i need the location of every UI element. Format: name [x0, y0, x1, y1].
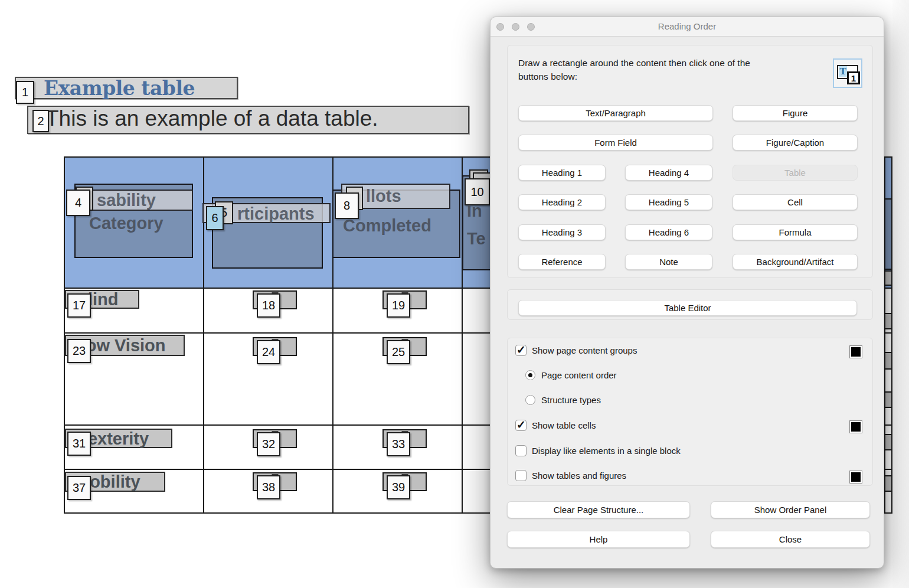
heading-4-button[interactable]: Heading 4 — [625, 165, 712, 181]
cell-highlight-edge — [884, 434, 892, 450]
cell-highlight-edge — [884, 270, 892, 286]
heading-2-button[interactable]: Heading 2 — [518, 194, 606, 210]
cell-highlight-edge — [884, 313, 892, 329]
option-display-like-elements[interactable]: Display like elements in a single block — [515, 445, 681, 456]
option-label: Page content order — [541, 370, 617, 380]
reading-order-tag-38[interactable]: 38 — [257, 475, 280, 499]
text-paragraph-button[interactable]: Text/Paragraph — [518, 105, 713, 121]
option-label: Show tables and figures — [532, 471, 626, 481]
reading-order-tag-2[interactable]: 2 — [32, 110, 49, 132]
figure-button[interactable]: Figure — [733, 105, 858, 121]
checkbox-checked[interactable]: ✓ — [515, 345, 527, 356]
show-order-panel-button[interactable]: Show Order Panel — [711, 501, 870, 518]
heading-highlight[interactable]: Example table — [15, 77, 238, 99]
header-col1-line1: sability — [97, 191, 156, 210]
option-show-table-cells[interactable]: ✓ Show table cells — [515, 420, 596, 431]
header-col1-line2: Category — [89, 214, 164, 233]
help-button[interactable]: Help — [507, 531, 690, 548]
option-structure-types[interactable]: Structure types — [525, 395, 601, 405]
highlight-color-swatch[interactable] — [849, 471, 862, 484]
reading-order-tag-39[interactable]: 39 — [387, 475, 410, 499]
highlight-color-swatch[interactable] — [849, 420, 862, 433]
header-cell-highlight-edge — [884, 198, 892, 270]
reading-order-tag-6-selected[interactable]: 6 — [206, 206, 224, 230]
table-editor-button[interactable]: Table Editor — [518, 300, 857, 316]
header-content-highlight[interactable]: sability — [77, 190, 193, 211]
radio-selected[interactable] — [525, 370, 535, 380]
header-col3-line1: llots — [366, 187, 401, 206]
reading-order-tag-19[interactable]: 19 — [387, 293, 410, 318]
option-label: Display like elements in a single block — [532, 446, 681, 456]
paragraph-highlight[interactable]: This is an example of a data table. — [27, 106, 469, 134]
instruction-line-2: buttons below: — [518, 70, 802, 83]
note-button[interactable]: Note — [625, 254, 712, 270]
reading-order-tag-32[interactable]: 32 — [257, 432, 280, 456]
heading-3-button[interactable]: Heading 3 — [518, 224, 606, 240]
page-edge — [892, 0, 909, 588]
reading-order-dialog: Reading Order Draw a rectangle around th… — [490, 17, 884, 569]
highlight-color-swatch[interactable] — [849, 345, 862, 358]
heading-1-button[interactable]: Heading 1 — [518, 165, 606, 181]
reading-order-tag-1[interactable]: 1 — [16, 81, 34, 104]
header-col4-line1: In — [467, 201, 482, 221]
document-paragraph: This is an example of a data table. — [45, 106, 378, 131]
dialog-title: Reading Order — [491, 21, 884, 31]
reading-order-tag-31[interactable]: 31 — [67, 432, 91, 456]
reading-order-tag-17[interactable]: 17 — [67, 293, 91, 318]
instruction-line-1: Draw a rectangle around the content then… — [518, 56, 802, 70]
option-label: Structure types — [541, 395, 601, 405]
touchup-reading-order-icon: T 1 — [833, 58, 862, 88]
clear-page-structure-button[interactable]: Clear Page Structure... — [507, 501, 690, 518]
option-show-tables-and-figures[interactable]: Show tables and figures — [515, 470, 626, 481]
check-icon: ✓ — [516, 343, 526, 357]
close-button[interactable]: Close — [711, 531, 870, 548]
option-label: Show page content groups — [532, 345, 637, 355]
reading-order-tag-37[interactable]: 37 — [67, 476, 91, 500]
reading-order-tag-33[interactable]: 33 — [387, 432, 410, 456]
radio-unselected[interactable] — [525, 395, 535, 405]
check-icon: ✓ — [516, 418, 526, 432]
reading-order-tag-23[interactable]: 23 — [67, 339, 91, 363]
reading-order-tag-4[interactable]: 4 — [66, 190, 90, 216]
figure-caption-button[interactable]: Figure/Caption — [733, 135, 858, 151]
header-col2-line1: rticipants — [237, 204, 315, 224]
document-heading: Example table — [44, 77, 195, 100]
cell-highlight-edge — [884, 352, 892, 370]
reading-order-tag-24[interactable]: 24 — [257, 340, 280, 364]
checkbox-unchecked[interactable] — [515, 445, 527, 456]
cell-highlight-edge — [884, 391, 892, 408]
header-col4-line2: Te — [467, 229, 486, 249]
acrobat-canvas: Example table 1 This is an example of a … — [0, 0, 909, 588]
reading-order-tag-25[interactable]: 25 — [387, 340, 410, 364]
icon-number-1: 1 — [847, 71, 860, 84]
form-field-button[interactable]: Form Field — [518, 135, 713, 151]
heading-5-button[interactable]: Heading 5 — [625, 194, 712, 210]
reading-order-tag-18[interactable]: 18 — [257, 293, 280, 318]
option-page-content-order[interactable]: Page content order — [525, 370, 617, 380]
option-show-page-content-groups[interactable]: ✓ Show page content groups — [515, 345, 637, 356]
reference-button[interactable]: Reference — [518, 254, 606, 270]
radio-dot — [528, 373, 532, 377]
dialog-titlebar[interactable]: Reading Order — [491, 17, 884, 37]
checkbox-checked[interactable]: ✓ — [515, 420, 527, 431]
cell-button[interactable]: Cell — [733, 194, 858, 210]
formula-button[interactable]: Formula — [733, 224, 858, 240]
background-artifact-button[interactable]: Background/Artifact — [733, 254, 858, 270]
instruction-text: Draw a rectangle around the content then… — [518, 56, 802, 83]
cell-highlight-edge — [884, 475, 892, 492]
checkbox-unchecked[interactable] — [515, 470, 527, 481]
options-group — [507, 338, 873, 486]
table-button: Table — [733, 165, 858, 181]
option-label: Show table cells — [532, 420, 596, 430]
heading-6-button[interactable]: Heading 6 — [625, 224, 712, 240]
reading-order-tag-8[interactable]: 8 — [335, 192, 359, 219]
icon-letter-t: T — [839, 66, 847, 77]
